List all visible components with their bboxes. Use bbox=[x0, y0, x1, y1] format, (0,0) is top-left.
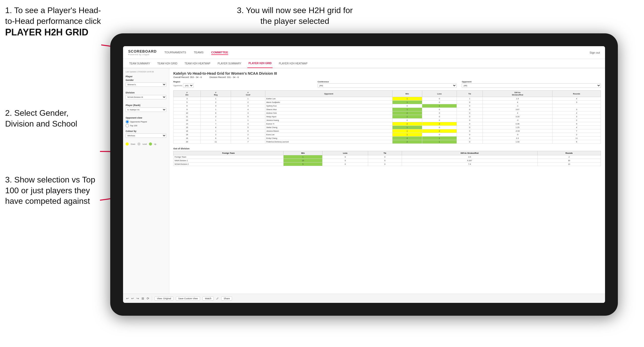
sub-navbar: TEAM SUMMARY TEAM H2H GRID TEAM H2H HEAT… bbox=[123, 59, 605, 68]
tablet-frame: SCOREBOARD Powered by clippd TOURNAMENTS… bbox=[110, 33, 618, 316]
col-rounds: Rounds bbox=[552, 91, 601, 97]
app-navbar: SCOREBOARD Powered by clippd TOURNAMENTS… bbox=[123, 46, 605, 59]
legend-dot-up bbox=[149, 142, 152, 146]
save-custom-btn[interactable]: Save Custom View bbox=[176, 296, 200, 301]
col-conf: #Conf bbox=[231, 91, 265, 97]
toolbar-divider-1 bbox=[152, 296, 152, 301]
instruction-mid-left: 2. Select Gender, Division and School bbox=[5, 108, 95, 129]
table-row: 19 6 6 Emily Chang 4 1 0 0.3 11 bbox=[174, 137, 601, 140]
out-table-row: Foreign Team 1 0 0 4.5 2 bbox=[174, 155, 601, 159]
opponent-view-group: Opponent view Opponents Played Top 100 bbox=[126, 117, 166, 127]
opponents-played-radio[interactable]: Opponents Played bbox=[126, 120, 166, 123]
sub-nav-player-h2h-heatmap[interactable]: PLAYER H2H HEATMAP bbox=[278, 59, 308, 68]
col-tie: Tie bbox=[457, 91, 483, 97]
nav-committee[interactable]: COMMITTEE bbox=[211, 50, 228, 55]
gender-label: Gender bbox=[126, 79, 166, 81]
legend-label-up: Up bbox=[154, 143, 156, 145]
sidebar-timestamp: Last Updated: 27/03/2024 16:55:38 bbox=[126, 71, 166, 73]
player-rank-select[interactable]: 8. Katelyn Vo bbox=[126, 108, 166, 112]
out-table-row: NAIA Division 1 15 0 0 9.267 30 bbox=[174, 159, 601, 162]
app-nav-items: TOURNAMENTS TEAMS COMMITTEE bbox=[164, 50, 590, 55]
overall-record: Overall Record: 353 - 34 - 6 bbox=[173, 76, 202, 79]
out-col-diff: Diff Av Strokes/Rnd bbox=[402, 151, 537, 155]
out-division-title: Out of division bbox=[173, 147, 601, 150]
table-row: 9 1 4 Sharon Mun 1 0 0 3.67 3 bbox=[174, 108, 601, 111]
table-row: 13 1 1 Jessica Huang 0 0 0 -3 2 bbox=[174, 119, 601, 122]
table-row: 16 1 6 Jessica Mason 1 2 0 -0.94 7 bbox=[174, 129, 601, 133]
instruction-bold: PLAYER H2H GRID bbox=[5, 27, 88, 37]
division-group: Division NCAA Division III NCAA Division… bbox=[126, 91, 166, 101]
sub-nav-player-h2h-grid[interactable]: PLAYER H2H GRID bbox=[247, 59, 273, 68]
h2h-table: #Div #Reg #Conf Opponent Win Loss Tie Di… bbox=[173, 90, 601, 144]
table-row: 14 7 4 Eunice Yi 2 2 0 0.38 9 bbox=[174, 122, 601, 126]
undo-icon[interactable]: ↩ bbox=[126, 297, 129, 300]
sign-out[interactable]: Sign out bbox=[590, 51, 600, 54]
player-rank-group: Player (Rank) 8. Katelyn Vo bbox=[126, 104, 166, 114]
nav-tournaments[interactable]: TOURNAMENTS bbox=[164, 50, 186, 55]
player-label: Player bbox=[126, 75, 166, 78]
instruction-text-2: 2. Select Gender, Division and School bbox=[5, 108, 77, 128]
col-opponent: Opponent bbox=[265, 91, 392, 97]
sub-nav-team-h2h-heatmap[interactable]: TEAM H2H HEATMAP bbox=[184, 59, 212, 68]
opponents-select[interactable]: (All) bbox=[183, 83, 194, 88]
division-label: Division bbox=[126, 91, 166, 94]
col-diff: Diff AvStrokes/Rnd bbox=[483, 91, 552, 97]
right-panel: Katelyn Vo Head-to-Head Grid for Women's… bbox=[169, 68, 605, 294]
tablet-screen: SCOREBOARD Powered by clippd TOURNAMENTS… bbox=[123, 46, 605, 303]
legend-label-down: Down bbox=[131, 143, 135, 145]
legend-dot-down bbox=[126, 142, 129, 146]
table-row: 15 8 5 Stella Cheng 1 0 0 1.25 4 bbox=[174, 126, 601, 129]
division-select[interactable]: NCAA Division III NCAA Division I NCAA D… bbox=[126, 95, 166, 99]
conference-select[interactable]: (All) bbox=[318, 83, 457, 88]
out-col-tie: Tie bbox=[368, 151, 402, 155]
opponent-filter: Opponent (All) bbox=[462, 81, 601, 88]
player-rank-label: Player (Rank) bbox=[126, 104, 166, 107]
sub-nav-team-h2h-grid[interactable]: TEAM H2H GRID bbox=[156, 59, 178, 68]
out-col-rounds: Rounds bbox=[537, 151, 601, 155]
colour-by-select[interactable]: Win/loss bbox=[126, 133, 166, 138]
out-col-name: Foreign Team bbox=[174, 151, 284, 155]
out-col-loss: Loss bbox=[323, 151, 368, 155]
refresh-icon[interactable]: ⟳ bbox=[147, 297, 149, 300]
out-division-table: Foreign Team Win Loss Tie Diff Av Stroke… bbox=[173, 151, 601, 166]
nav-teams[interactable]: TEAMS bbox=[194, 50, 204, 55]
grid-records: Overall Record: 353 - 34 - 6 Division Re… bbox=[173, 76, 601, 79]
table-row: 3 1 1 Esther Lee 1 0 1 1.5 4 bbox=[174, 97, 601, 101]
watch-btn[interactable]: Watch bbox=[203, 296, 214, 301]
instruction-top-right: 3. You will now see H2H grid for the pla… bbox=[231, 5, 359, 26]
gender-select[interactable]: Women's Men's bbox=[126, 82, 166, 87]
col-loss: Loss bbox=[422, 91, 457, 97]
bottom-toolbar: ↩ ↩ ↪ ⊞ ⟳ View: Original Save Custom Vie… bbox=[123, 294, 605, 303]
table-row: 10 6 3 Andrea York 2 0 0 4 4 bbox=[174, 111, 601, 115]
data-icon[interactable]: ⊞ bbox=[142, 297, 144, 300]
col-win: Win bbox=[392, 91, 422, 97]
main-content: Last Updated: 27/03/2024 16:55:38 Player… bbox=[123, 68, 605, 294]
undo2-icon[interactable]: ↩ bbox=[131, 297, 134, 300]
filter-row: Region Opponents: (All) Conference (All) bbox=[173, 81, 601, 88]
col-div: #Div bbox=[174, 91, 201, 97]
app-logo: SCOREBOARD Powered by clippd bbox=[128, 49, 157, 56]
top-100-radio[interactable]: Top 100 bbox=[126, 124, 166, 127]
expand-icon[interactable]: ⤢ bbox=[216, 297, 219, 300]
sub-nav-player-summary[interactable]: PLAYER SUMMARY bbox=[217, 59, 242, 68]
instruction-text-3b: 3. Show selection vs Top 100 or just pla… bbox=[5, 175, 95, 206]
table-row: 6 3 3 Sydney Kuo 0 1 0 -1 bbox=[174, 104, 601, 108]
opponent-view-label: Opponent view bbox=[126, 117, 166, 119]
view-original-btn[interactable]: View: Original bbox=[155, 296, 173, 301]
conference-filter: Conference (All) bbox=[318, 81, 457, 88]
redo-icon[interactable]: ↪ bbox=[136, 297, 139, 300]
table-row: 11 2 5 Heeju Hyun 1 0 0 3.33 3 bbox=[174, 115, 601, 119]
instruction-bottom-left: 3. Show selection vs Top 100 or just pla… bbox=[5, 175, 103, 207]
col-reg: #Reg bbox=[200, 91, 231, 97]
gender-group: Gender Women's Men's bbox=[126, 79, 166, 89]
out-table-row: NCAA Division 2 5 0 0 7.4 10 bbox=[174, 162, 601, 166]
share-btn[interactable]: Share bbox=[221, 296, 232, 301]
instruction-text-3a: 3. You will now see H2H grid for the pla… bbox=[237, 6, 353, 26]
colour-legend: Down Level Up bbox=[126, 142, 166, 146]
table-row: 5 2 2 Alexis Sudjianto 1 0 0 4 3 bbox=[174, 101, 601, 104]
sidebar: Last Updated: 27/03/2024 16:55:38 Player… bbox=[123, 68, 169, 294]
colour-by-group: Colour by Win/loss bbox=[126, 130, 166, 140]
opponent-select[interactable]: (All) bbox=[462, 83, 601, 88]
out-col-win: Win bbox=[284, 151, 323, 155]
sub-nav-team-summary[interactable]: TEAM SUMMARY bbox=[128, 59, 151, 68]
